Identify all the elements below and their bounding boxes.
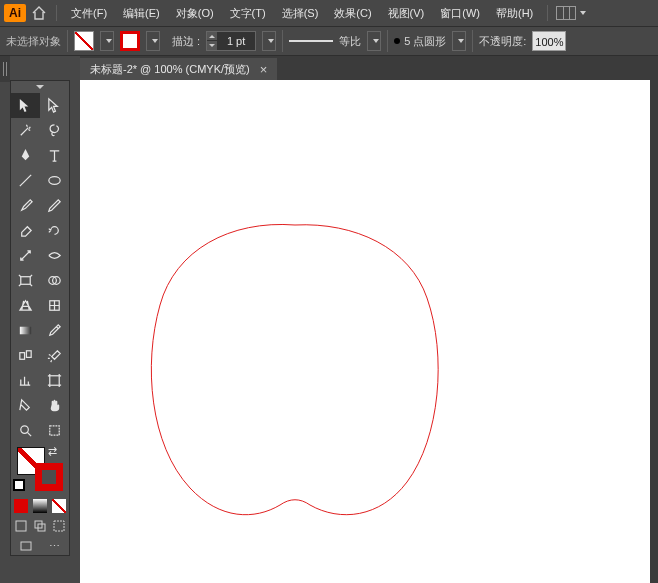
type-tool[interactable] (40, 143, 69, 168)
hand-tool[interactable] (40, 393, 69, 418)
stroke-color[interactable] (35, 463, 63, 491)
svg-rect-14 (54, 521, 64, 531)
svg-rect-15 (21, 542, 31, 550)
stroke-weight-dropdown[interactable] (262, 31, 276, 51)
separator (282, 30, 283, 52)
svg-rect-10 (50, 426, 59, 435)
menu-edit[interactable]: 编辑(E) (117, 4, 166, 23)
chevron-down-icon (268, 39, 274, 43)
width-tool[interactable] (40, 243, 69, 268)
menu-select[interactable]: 选择(S) (276, 4, 325, 23)
opacity-value[interactable]: 100% (532, 31, 566, 51)
control-bar: 未选择对象 描边 : 1 pt 等比 5 点圆形 不透明度: 100% (0, 26, 658, 56)
symbol-sprayer-tool[interactable] (40, 343, 69, 368)
document-tab-title: 未标题-2* @ 100% (CMYK/预览) (90, 62, 250, 77)
mesh-tool[interactable] (40, 293, 69, 318)
default-fill-stroke-icon[interactable] (13, 479, 25, 491)
pen-tool[interactable] (11, 143, 40, 168)
color-mode-none[interactable] (50, 497, 69, 515)
home-icon[interactable] (30, 4, 48, 22)
menu-file[interactable]: 文件(F) (65, 4, 113, 23)
brush-dropdown[interactable] (452, 31, 466, 51)
menu-object[interactable]: 对象(O) (170, 4, 220, 23)
edit-toolbar-icon[interactable]: ⋯ (40, 537, 69, 555)
right-panel-dock[interactable] (650, 56, 658, 583)
stroke-weight-value[interactable]: 1 pt (217, 32, 255, 50)
menu-effect[interactable]: 效果(C) (328, 4, 377, 23)
screen-mode-row (11, 517, 69, 535)
draw-inside-icon[interactable] (50, 517, 69, 535)
stroke-swatch[interactable] (120, 31, 140, 51)
scale-tool[interactable] (11, 243, 40, 268)
swap-fill-stroke-icon[interactable]: ⇄ (48, 445, 57, 458)
chevron-icon (36, 85, 44, 89)
svg-rect-1 (21, 277, 30, 285)
zoom-tool[interactable] (11, 418, 40, 443)
column-graph-tool[interactable] (11, 368, 40, 393)
selection-tool[interactable] (11, 93, 40, 118)
svg-rect-8 (50, 376, 59, 385)
direct-selection-tool[interactable] (40, 93, 69, 118)
eraser-tool[interactable] (11, 218, 40, 243)
color-mode-solid[interactable] (11, 497, 30, 515)
chevron-down-icon (458, 39, 464, 43)
stroke-weight-stepper[interactable]: 1 pt (206, 31, 256, 51)
layout-icon (556, 6, 576, 20)
artboard-tool[interactable] (40, 368, 69, 393)
fill-dropdown[interactable] (100, 31, 114, 51)
paintbrush-tool[interactable] (11, 193, 40, 218)
extra-mode-row: ⋯ (11, 537, 69, 555)
stepper-up-icon[interactable] (207, 32, 217, 41)
close-icon[interactable]: × (260, 63, 268, 76)
workspace-switcher[interactable] (556, 6, 586, 20)
color-mode-gradient[interactable] (30, 497, 49, 515)
variable-width-label: 等比 (339, 34, 361, 49)
svg-rect-6 (20, 353, 25, 360)
artwork-path[interactable] (135, 220, 455, 530)
chevron-down-icon (152, 39, 158, 43)
line-segment-tool[interactable] (11, 168, 40, 193)
slice-tool[interactable] (11, 393, 40, 418)
shape-builder-tool[interactable] (40, 268, 69, 293)
rotate-tool[interactable] (40, 218, 69, 243)
menu-type[interactable]: 文字(T) (224, 4, 272, 23)
eyedropper-tool[interactable] (40, 318, 69, 343)
stepper-down-icon[interactable] (207, 41, 217, 50)
variable-width-dropdown[interactable] (367, 31, 381, 51)
dock-collapse-handle[interactable] (0, 56, 10, 82)
ellipse-tool[interactable] (40, 168, 69, 193)
selection-status: 未选择对象 (6, 34, 61, 49)
variable-width-profile[interactable] (289, 33, 333, 49)
app-logo: Ai (4, 4, 26, 22)
pencil-tool[interactable] (40, 193, 69, 218)
menu-window[interactable]: 窗口(W) (434, 4, 486, 23)
tools-grid (11, 93, 69, 443)
canvas[interactable] (80, 80, 658, 583)
tools-panel: ⇄ ⋯ (10, 80, 70, 556)
draw-normal-icon[interactable] (11, 517, 30, 535)
screen-mode-icon[interactable] (11, 537, 40, 555)
perspective-grid-tool[interactable] (11, 293, 40, 318)
fill-swatch[interactable] (74, 31, 94, 51)
separator (547, 5, 548, 21)
print-tiling-tool[interactable] (40, 418, 69, 443)
free-transform-tool[interactable] (11, 268, 40, 293)
separator (56, 5, 57, 21)
lasso-tool[interactable] (40, 118, 69, 143)
document-tab-bar: 未标题-2* @ 100% (CMYK/预览) × (80, 56, 658, 80)
draw-behind-icon[interactable] (30, 517, 49, 535)
stroke-dropdown[interactable] (146, 31, 160, 51)
tools-panel-grip[interactable] (11, 81, 69, 93)
brush-definition[interactable]: 5 点圆形 (394, 34, 446, 49)
gradient-tool[interactable] (11, 318, 40, 343)
blend-tool[interactable] (11, 343, 40, 368)
chevron-down-icon (373, 39, 379, 43)
magic-wand-tool[interactable] (11, 118, 40, 143)
svg-rect-7 (26, 351, 31, 358)
stroke-weight-label: 描边 : (172, 34, 200, 49)
chevron-down-icon (106, 39, 112, 43)
menu-view[interactable]: 视图(V) (382, 4, 431, 23)
menu-help[interactable]: 帮助(H) (490, 4, 539, 23)
document-tab[interactable]: 未标题-2* @ 100% (CMYK/预览) × (80, 58, 277, 80)
brush-dot-icon (394, 38, 400, 44)
